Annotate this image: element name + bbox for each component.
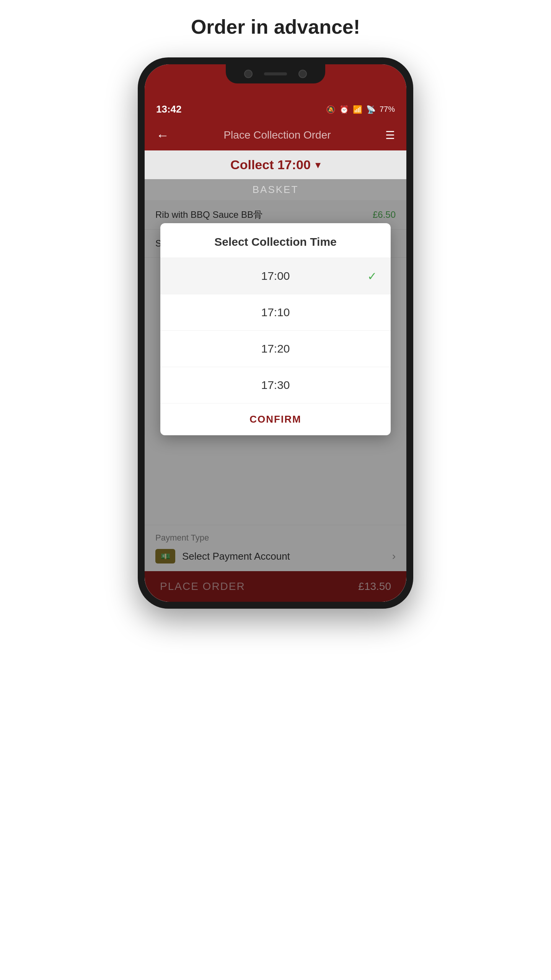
- signal-icon: 📶: [353, 105, 362, 114]
- time-value-1720: 17:20: [261, 342, 290, 355]
- battery-level: 77%: [380, 105, 395, 114]
- confirm-label: CONFIRM: [249, 413, 301, 425]
- time-value-1730: 17:30: [261, 379, 290, 392]
- back-button[interactable]: ←: [156, 128, 169, 143]
- speaker: [264, 72, 287, 75]
- basket-label: BASKET: [145, 179, 406, 200]
- page-title: Order in advance!: [191, 15, 360, 38]
- front-camera-2: [298, 70, 307, 78]
- chevron-down-icon: ▾: [315, 158, 321, 171]
- basket-text: BASKET: [253, 184, 299, 196]
- time-value-1710: 17:10: [261, 306, 290, 319]
- content-area: Rib with BBQ Sauce BB骨 £6.50 Salt-Chilli…: [145, 200, 406, 602]
- mute-icon: 🔕: [326, 105, 336, 114]
- app-bar-title: Place Collection Order: [223, 129, 331, 141]
- notch-cutout: [226, 64, 325, 83]
- time-option-1720[interactable]: 17:20: [160, 331, 391, 367]
- status-bar: 13:42 🔕 ⏰ 📶 📡 77%: [145, 99, 406, 120]
- time-option-1710[interactable]: 17:10: [160, 294, 391, 331]
- notch-area: [145, 64, 406, 99]
- time-option-1700[interactable]: 17:00 ✓: [160, 258, 391, 294]
- confirm-button[interactable]: CONFIRM: [160, 403, 391, 435]
- time-value-1700: 17:00: [261, 270, 290, 283]
- front-camera: [244, 70, 253, 78]
- modal-title: Select Collection Time: [160, 223, 391, 258]
- modal-overlay: Select Collection Time 17:00 ✓ 17:10 17:…: [145, 200, 406, 602]
- phone-inner: 13:42 🔕 ⏰ 📶 📡 77% ← Place Collection Ord…: [145, 64, 406, 602]
- collect-header: Collect 17:00 ▾: [145, 150, 406, 179]
- selected-check-icon: ✓: [367, 270, 377, 283]
- phone-frame: 13:42 🔕 ⏰ 📶 📡 77% ← Place Collection Ord…: [138, 57, 413, 609]
- app-bar: ← Place Collection Order ☰: [145, 120, 406, 150]
- alarm-icon: ⏰: [339, 105, 349, 114]
- time-picker-modal: Select Collection Time 17:00 ✓ 17:10 17:…: [160, 223, 391, 435]
- collect-time-label: Collect 17:00: [230, 157, 311, 172]
- menu-button[interactable]: ☰: [385, 129, 395, 142]
- collect-time-button[interactable]: Collect 17:00 ▾: [230, 157, 321, 172]
- wifi-icon: 📡: [366, 105, 376, 114]
- status-icons: 🔕 ⏰ 📶 📡 77%: [326, 105, 395, 114]
- time-option-1730[interactable]: 17:30: [160, 367, 391, 403]
- status-time: 13:42: [156, 103, 182, 115]
